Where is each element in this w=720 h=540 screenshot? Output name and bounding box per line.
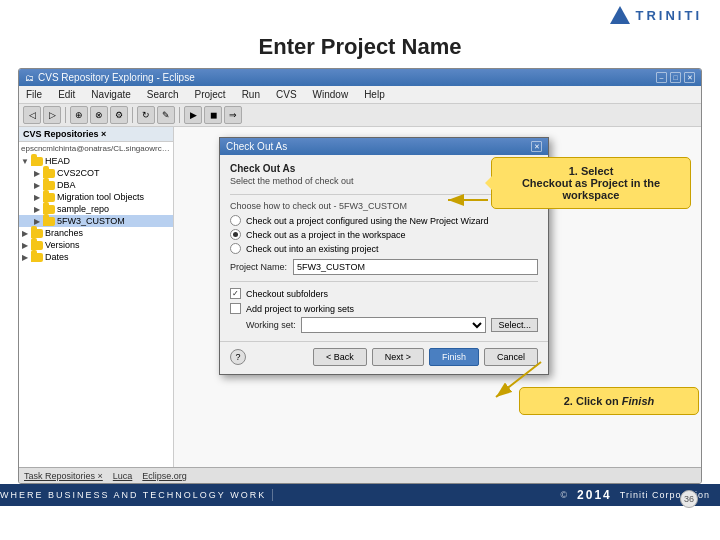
toolbar-btn-1[interactable]: ◁ <box>23 106 41 124</box>
tree-label-cvs2cot: CVS2COT <box>57 168 100 178</box>
toolbar-btn-10[interactable]: ⇒ <box>224 106 242 124</box>
select-button[interactable]: Select... <box>491 318 538 332</box>
status-eclipse-org[interactable]: Eclipse.org <box>142 471 187 481</box>
repo-url-text: epscncmlchinta@onatras/CL.singaowrcorp.c… <box>21 144 171 153</box>
working-set-label: Working set: <box>246 320 296 330</box>
eclipse-window: 🗂 CVS Repository Exploring - Eclipse – □… <box>18 68 702 484</box>
callout-2: 2. Click on Finish <box>519 387 699 415</box>
arrow-5fw3: ▶ <box>33 217 41 225</box>
next-button[interactable]: Next > <box>372 348 424 366</box>
callout-1-text: Checkout as Project in the workspace <box>522 177 660 201</box>
menu-navigate[interactable]: Navigate <box>88 88 133 101</box>
tree-label-sample: sample_repo <box>57 204 109 214</box>
finish-button[interactable]: Finish <box>429 348 479 366</box>
dialog-title-text: Check Out As <box>226 141 287 152</box>
arrow-cvs2cot: ▶ <box>33 169 41 177</box>
menu-project[interactable]: Project <box>192 88 229 101</box>
tree-repo-url[interactable]: epscncmlchinta@onatras/CL.singaowrcorp.c… <box>19 142 173 155</box>
page-number: 36 <box>680 490 698 508</box>
tree-item-versions[interactable]: ▶ Versions <box>19 239 173 251</box>
toolbar-separator-1 <box>65 107 66 123</box>
arrow-migration: ▶ <box>33 193 41 201</box>
project-name-label: Project Name: <box>230 262 287 272</box>
add-working-sets-label: Add project to working sets <box>246 304 354 314</box>
toolbar-btn-6[interactable]: ↻ <box>137 106 155 124</box>
radio-item-1[interactable]: Check out a project configured using the… <box>230 215 538 226</box>
logo-text: TRINITI <box>636 8 703 23</box>
callout-2-finish: Finish <box>622 395 654 407</box>
tree-item-head[interactable]: ▼ HEAD <box>19 155 173 167</box>
radio-dot-3 <box>230 243 241 254</box>
footer-copyright: © <box>560 490 569 500</box>
maximize-button[interactable]: □ <box>670 72 681 83</box>
radio-label-2: Check out as a project in the workspace <box>246 230 406 240</box>
tree-label-branches: Branches <box>45 228 83 238</box>
tree-item-branches[interactable]: ▶ Branches <box>19 227 173 239</box>
menu-run[interactable]: Run <box>239 88 263 101</box>
footer-year: 2014 <box>577 488 612 502</box>
folder-branches-icon <box>31 229 43 238</box>
eclipse-title-bar: 🗂 CVS Repository Exploring - Eclipse – □… <box>19 69 701 86</box>
tree-item-sample[interactable]: ▶ sample_repo <box>19 203 173 215</box>
toolbar-btn-2[interactable]: ▷ <box>43 106 61 124</box>
eclipse-body: CVS Repositories × epscncmlchinta@onatra… <box>19 127 701 467</box>
help-button[interactable]: ? <box>230 349 246 365</box>
folder-migration-icon <box>43 193 55 202</box>
menu-help[interactable]: Help <box>361 88 388 101</box>
dialog-title-bar: Check Out As ✕ <box>220 138 548 155</box>
tree-item-5fw3[interactable]: ▶ 5FW3_CUSTOM <box>19 215 173 227</box>
folder-sample-icon <box>43 205 55 214</box>
folder-cvs2cot-icon <box>43 169 55 178</box>
toolbar-btn-7[interactable]: ✎ <box>157 106 175 124</box>
dialog-close-button[interactable]: ✕ <box>531 141 542 152</box>
status-task-repos[interactable]: Task Repositories × <box>24 471 103 481</box>
toolbar-separator-3 <box>179 107 180 123</box>
arrow-branches: ▶ <box>21 229 29 237</box>
working-set-row: Working set: Select... <box>246 317 538 333</box>
tree-item-cvs2cot[interactable]: ▶ CVS2COT <box>19 167 173 179</box>
toolbar-btn-5[interactable]: ⚙ <box>110 106 128 124</box>
tree-item-dates[interactable]: ▶ Dates <box>19 251 173 263</box>
back-button[interactable]: < Back <box>313 348 367 366</box>
radio-item-3[interactable]: Check out into an existing project <box>230 243 538 254</box>
toolbar-btn-9[interactable]: ◼ <box>204 106 222 124</box>
callout-1: 1. Select Checkout as Project in the wor… <box>491 157 691 209</box>
menu-cvs[interactable]: CVS <box>273 88 300 101</box>
radio-dot-2 <box>230 229 241 240</box>
working-set-select[interactable] <box>301 317 487 333</box>
minimize-button[interactable]: – <box>656 72 667 83</box>
eclipse-win-controls[interactable]: – □ ✕ <box>656 72 695 83</box>
left-panel: CVS Repositories × epscncmlchinta@onatra… <box>19 127 174 467</box>
tree-label-5fw3: 5FW3_CUSTOM <box>57 216 125 226</box>
status-bar: Task Repositories × Luca Eclipse.org <box>19 467 701 483</box>
folder-dba-icon <box>43 181 55 190</box>
radio-label-3: Check out into an existing project <box>246 244 379 254</box>
checkout-subfolders-row[interactable]: ✓ Checkout subfolders <box>230 288 538 299</box>
callout-2-arrow <box>486 357 546 407</box>
add-working-sets-row[interactable]: Add project to working sets <box>230 303 538 314</box>
toolbar-separator-2 <box>132 107 133 123</box>
menu-window[interactable]: Window <box>310 88 352 101</box>
menu-search[interactable]: Search <box>144 88 182 101</box>
page-title: Enter Project Name <box>0 28 720 68</box>
radio-group: Check out a project configured using the… <box>230 215 538 254</box>
callout-2-step: 2. Click on <box>564 395 619 407</box>
arrow-head: ▼ <box>21 157 29 165</box>
add-working-sets-checkbox[interactable] <box>230 303 241 314</box>
checkout-subfolders-label: Checkout subfolders <box>246 289 328 299</box>
tree-item-migration[interactable]: ▶ Migration tool Objects <box>19 191 173 203</box>
close-button[interactable]: ✕ <box>684 72 695 83</box>
toolbar-btn-3[interactable]: ⊕ <box>70 106 88 124</box>
toolbar-btn-4[interactable]: ⊗ <box>90 106 108 124</box>
project-name-input[interactable] <box>293 259 538 275</box>
menu-file[interactable]: File <box>23 88 45 101</box>
checkout-subfolders-checkbox[interactable]: ✓ <box>230 288 241 299</box>
footer: WHERE BUSINESS AND TECHNOLOGY WORK © 201… <box>0 484 720 506</box>
arrow-dates: ▶ <box>21 253 29 261</box>
menu-edit[interactable]: Edit <box>55 88 78 101</box>
folder-head-icon <box>31 157 43 166</box>
status-luca[interactable]: Luca <box>113 471 133 481</box>
radio-item-2[interactable]: Check out as a project in the workspace <box>230 229 538 240</box>
tree-item-dba[interactable]: ▶ DBA <box>19 179 173 191</box>
toolbar-btn-8[interactable]: ▶ <box>184 106 202 124</box>
